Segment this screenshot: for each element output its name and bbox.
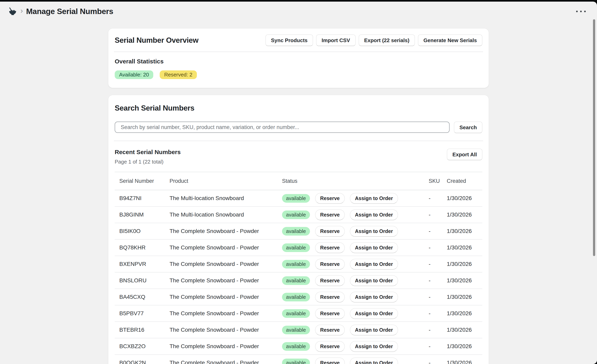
table-row: BJ8GINMThe Multi-location Snowboardavail… (115, 207, 482, 223)
table-row: BNSLORUThe Complete Snowboard - Powderav… (115, 273, 482, 289)
serial-number-cell: BJ8GINM (115, 212, 165, 218)
reserve-button[interactable]: Reserve (315, 259, 345, 269)
status-cell: availableReserveAssign to Order (277, 193, 424, 204)
breadcrumb-chevron-icon: › (21, 7, 23, 15)
assign-to-order-button[interactable]: Assign to Order (350, 292, 398, 302)
overall-statistics-heading: Overall Statistics (115, 58, 482, 65)
assign-to-order-button[interactable]: Assign to Order (350, 226, 398, 237)
reserve-button[interactable]: Reserve (315, 292, 345, 302)
reserve-button[interactable]: Reserve (315, 308, 345, 319)
search-row: Search (115, 121, 482, 133)
serial-number-cell: BI5IK0O (115, 228, 165, 234)
status-badge: available (282, 309, 310, 318)
sku-cell: - (424, 195, 442, 201)
search-input[interactable] (115, 121, 449, 133)
dot (576, 11, 578, 12)
status-badge: available (282, 227, 310, 235)
table-row: BA45CXQThe Complete Snowboard - Powderav… (115, 289, 482, 305)
recent-serials-heading: Recent Serial Numbers (115, 149, 181, 156)
assign-to-order-button[interactable]: Assign to Order (350, 210, 398, 220)
reserve-button[interactable]: Reserve (315, 275, 345, 286)
column-header-status: Status (277, 178, 424, 184)
product-cell: The Complete Snowboard - Powder (165, 277, 277, 284)
table-body: B94Z7NIThe Multi-location Snowboardavail… (115, 190, 482, 364)
assign-to-order-button[interactable]: Assign to Order (350, 308, 398, 319)
created-cell: 1/30/2026 (442, 195, 482, 201)
dot (584, 11, 586, 12)
reserve-button[interactable]: Reserve (315, 226, 345, 237)
created-cell: 1/30/2026 (442, 294, 482, 300)
reserve-button[interactable]: Reserve (315, 325, 345, 335)
recent-serials-header: Recent Serial Numbers Page 1 of 1 (22 to… (115, 149, 482, 165)
assign-to-order-button[interactable]: Assign to Order (350, 275, 398, 286)
overview-card: Serial Number Overview Sync Products Imp… (108, 29, 489, 88)
search-button[interactable]: Search (454, 121, 482, 133)
pagination-info: Page 1 of 1 (22 total) (115, 159, 181, 165)
rice-bowl-icon (8, 7, 17, 16)
sku-cell: - (424, 327, 442, 333)
assign-to-order-button[interactable]: Assign to Order (350, 193, 398, 204)
page-surface: › Manage Serial Numbers Serial Number Ov… (0, 2, 597, 364)
main-content: Serial Number Overview Sync Products Imp… (108, 29, 489, 364)
product-cell: The Multi-location Snowboard (165, 195, 277, 201)
sku-cell: - (424, 261, 442, 267)
ellipsis-horizontal-icon[interactable] (574, 8, 588, 15)
search-card: Search Serial Numbers Search Recent Seri… (108, 95, 489, 364)
serial-number-cell: B0QGK2N (115, 360, 165, 364)
status-cell: availableReserveAssign to Order (277, 210, 424, 220)
column-header-created: Created (442, 178, 482, 184)
sync-products-button[interactable]: Sync Products (266, 35, 313, 46)
status-badge: available (282, 276, 310, 285)
serial-number-cell: BA45CXQ (115, 294, 165, 300)
status-cell: availableReserveAssign to Order (277, 226, 424, 237)
export-all-button[interactable]: Export All (447, 149, 482, 160)
status-cell: availableReserveAssign to Order (277, 259, 424, 269)
assign-to-order-button[interactable]: Assign to Order (350, 243, 398, 253)
search-card-title: Search Serial Numbers (115, 104, 482, 112)
created-cell: 1/30/2026 (442, 244, 482, 251)
reserve-button[interactable]: Reserve (315, 341, 345, 352)
product-cell: The Complete Snowboard - Powder (165, 244, 277, 251)
product-cell: The Complete Snowboard - Powder (165, 294, 277, 300)
status-badge: available (282, 326, 310, 334)
status-badge: available (282, 342, 310, 351)
assign-to-order-button[interactable]: Assign to Order (350, 259, 398, 269)
table-row: BQ78KHRThe Complete Snowboard - Powderav… (115, 240, 482, 256)
table-row: BI5IK0OThe Complete Snowboard - Powderav… (115, 223, 482, 240)
page-title: Manage Serial Numbers (26, 7, 113, 16)
vertical-scrollbar[interactable] (593, 19, 595, 256)
table-row: BCXBZ2OThe Complete Snowboard - Powderav… (115, 338, 482, 355)
reserve-button[interactable]: Reserve (315, 210, 345, 220)
sku-cell: - (424, 343, 442, 349)
created-cell: 1/30/2026 (442, 343, 482, 349)
export-serials-button[interactable]: Export (22 serials) (359, 35, 415, 46)
dot (580, 11, 582, 12)
assign-to-order-button[interactable]: Assign to Order (350, 325, 398, 335)
serials-table: Serial Number Product Status SKU Created… (115, 172, 482, 364)
product-cell: The Complete Snowboard - Powder (165, 310, 277, 317)
assign-to-order-button[interactable]: Assign to Order (350, 357, 398, 364)
created-cell: 1/30/2026 (442, 228, 482, 234)
reserve-button[interactable]: Reserve (315, 243, 345, 253)
status-cell: availableReserveAssign to Order (277, 357, 424, 364)
assign-to-order-button[interactable]: Assign to Order (350, 341, 398, 352)
status-cell: availableReserveAssign to Order (277, 341, 424, 352)
status-badge: available (282, 359, 310, 364)
reserve-button[interactable]: Reserve (315, 357, 345, 364)
serial-number-cell: BNSLORU (115, 277, 165, 284)
status-badge: available (282, 293, 310, 301)
sku-cell: - (424, 310, 442, 317)
product-cell: The Complete Snowboard - Powder (165, 327, 277, 333)
reserve-button[interactable]: Reserve (315, 193, 345, 204)
top-bar: › Manage Serial Numbers (0, 2, 597, 20)
status-cell: availableReserveAssign to Order (277, 292, 424, 302)
serial-number-cell: B94Z7NI (115, 195, 165, 201)
import-csv-button[interactable]: Import CSV (316, 35, 355, 46)
status-badge: available (282, 211, 310, 219)
overview-actions: Sync Products Import CSV Export (22 seri… (266, 35, 482, 46)
product-cell: The Complete Snowboard - Powder (165, 343, 277, 349)
product-cell: The Complete Snowboard - Powder (165, 261, 277, 267)
created-cell: 1/30/2026 (442, 277, 482, 284)
statistics-badges: Available: 20 Reserved: 2 (115, 70, 482, 79)
generate-new-serials-button[interactable]: Generate New Serials (418, 35, 482, 46)
